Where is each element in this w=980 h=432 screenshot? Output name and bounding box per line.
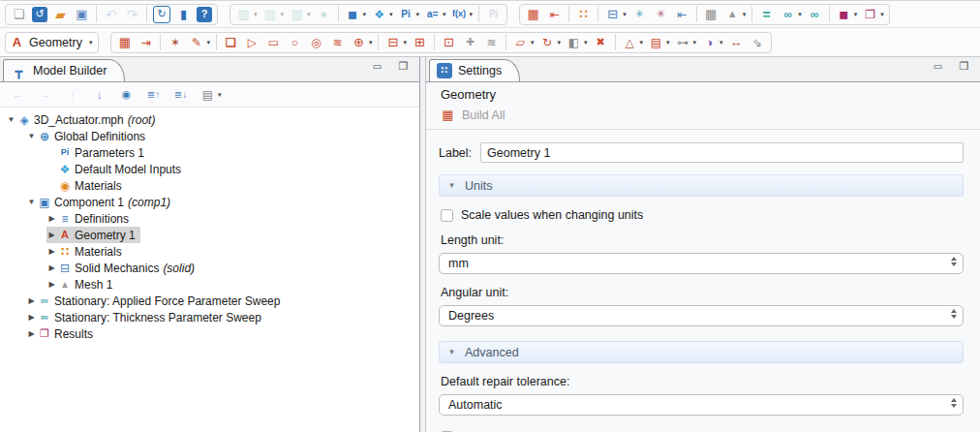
expand-arrow-icon[interactable]: ▶ bbox=[46, 263, 57, 272]
update-study-button[interactable]: ∞ bbox=[805, 5, 825, 23]
virtual-operations-button[interactable]: △▾ bbox=[620, 33, 646, 51]
update-all-solutions-button[interactable]: ▥▾ bbox=[287, 5, 313, 23]
add-component-button[interactable]: ◼▾ bbox=[343, 5, 369, 23]
measure-button[interactable]: ↔ bbox=[726, 33, 747, 51]
torus-button[interactable]: ◎ bbox=[306, 33, 326, 51]
transforms-button[interactable]: ↻▾ bbox=[536, 33, 563, 51]
repair-tolerance-select[interactable]: Automatic bbox=[439, 394, 964, 416]
tree-item-solid-mechanics[interactable]: ▶⊟Solid Mechanics(solid) bbox=[0, 260, 419, 276]
delete-button[interactable]: ✖ bbox=[591, 33, 611, 51]
cone-button[interactable]: ▷ bbox=[242, 33, 262, 51]
tree-item-materials[interactable]: ◉Materials bbox=[0, 177, 419, 194]
variables-button[interactable]: a=▾ bbox=[422, 5, 448, 23]
parameters-button[interactable]: Pi▾ bbox=[396, 5, 422, 23]
fillet-button[interactable]: ⊡ bbox=[439, 33, 459, 51]
programming-button[interactable]: ▤▾ bbox=[646, 33, 672, 51]
compute-button[interactable]: = bbox=[756, 5, 777, 23]
export-geometry-button[interactable]: ⇥ bbox=[136, 33, 156, 51]
angular-unit-select[interactable]: Degrees bbox=[439, 305, 964, 326]
more-primitives-button[interactable]: ⊕▾ bbox=[349, 33, 375, 51]
work-plane-button[interactable]: ⊟▾ bbox=[383, 33, 409, 51]
import-material-button[interactable]: ⇤ bbox=[544, 5, 565, 23]
parameter-case-button[interactable]: Pi bbox=[483, 5, 504, 23]
show-options-button[interactable]: ◉ bbox=[116, 85, 137, 104]
add-physics-button[interactable]: ⊟▾ bbox=[602, 5, 628, 23]
move-down-button[interactable]: ≣↓ bbox=[170, 85, 191, 104]
curve-hatch-button[interactable]: ≋ bbox=[481, 33, 502, 51]
tab-model-builder[interactable]: ┳ Model Builder bbox=[3, 59, 125, 81]
import-physics-button[interactable]: ⇤ bbox=[672, 5, 692, 23]
add-physics-interface-button[interactable]: ✳ bbox=[629, 5, 650, 23]
nav-down-button[interactable]: ↓ bbox=[89, 85, 109, 104]
partition-button[interactable]: ✚ bbox=[460, 33, 480, 51]
tree-item-parameters-1[interactable]: PiParameters 1 bbox=[0, 144, 419, 161]
mesh-more-button[interactable]: ▲▾ bbox=[722, 5, 749, 23]
length-unit-select[interactable]: mm bbox=[439, 253, 964, 274]
label-input[interactable] bbox=[480, 142, 964, 163]
functions-button[interactable]: f(x)▾ bbox=[449, 5, 475, 23]
expand-arrow-icon[interactable]: ▶ bbox=[46, 231, 57, 239]
tree-item-component-1[interactable]: ▼▣Component 1(comp1) bbox=[0, 194, 419, 210]
tree-item-definitions[interactable]: ▶≡Definitions bbox=[0, 210, 419, 227]
expand-arrow-icon[interactable]: ▶ bbox=[26, 296, 37, 305]
tree-item-global-definitions[interactable]: ▼⊕Global Definitions bbox=[0, 128, 419, 144]
expand-arrow-icon[interactable]: ▼ bbox=[6, 115, 16, 124]
tree-item-results[interactable]: ▶❐Results bbox=[0, 325, 419, 342]
tree-item-geometry-1[interactable]: ▶AGeometry 1 bbox=[0, 227, 419, 243]
tree-item-mesh-1[interactable]: ▶▲Mesh 1 bbox=[0, 276, 419, 293]
nav-up-button[interactable]: ↑ bbox=[62, 85, 82, 104]
update-solution-button[interactable]: ▥▾ bbox=[233, 5, 260, 23]
expand-arrow-icon[interactable]: ▼ bbox=[26, 132, 37, 140]
undo-button[interactable]: ↶ bbox=[101, 5, 121, 23]
units-section-header[interactable]: ▾ Units bbox=[439, 174, 964, 197]
save-file-button[interactable]: ▣ bbox=[72, 5, 92, 23]
sketch-button[interactable]: ✎▾ bbox=[186, 33, 212, 51]
selections-button[interactable]: ⊶▾ bbox=[673, 33, 699, 51]
build-mesh-button[interactable]: ▦ bbox=[701, 5, 721, 23]
stop-button[interactable]: ■ bbox=[314, 5, 334, 23]
maximize-icon[interactable]: ❐ bbox=[958, 60, 970, 73]
expand-arrow-icon[interactable]: ▶ bbox=[26, 329, 37, 338]
reset-desktop-button[interactable]: ↻ bbox=[151, 5, 172, 24]
expand-arrow-icon[interactable]: ▶ bbox=[46, 247, 57, 256]
magic-wand-button[interactable]: ✶ bbox=[165, 33, 185, 51]
tree-item-default-model-inputs[interactable]: ❖Default Model Inputs bbox=[0, 161, 419, 177]
cylinder-button[interactable]: ▭ bbox=[263, 33, 284, 51]
advanced-section-header[interactable]: ▾ Advanced bbox=[439, 341, 964, 363]
minimize-icon[interactable]: ▭ bbox=[932, 60, 944, 73]
collapse-all-button[interactable]: ▤▾ bbox=[198, 85, 224, 104]
build-all-button[interactable]: ▦ Build All bbox=[440, 107, 505, 123]
help-button[interactable]: ? bbox=[195, 6, 214, 23]
build-all-update-button[interactable]: ▦ bbox=[114, 33, 135, 51]
maximize-icon[interactable]: ❐ bbox=[397, 60, 410, 73]
conversions-button[interactable]: ◧▾ bbox=[564, 33, 590, 51]
expand-arrow-icon[interactable]: ▶ bbox=[26, 313, 37, 322]
helix-button[interactable]: ≋ bbox=[327, 33, 348, 51]
extrude-button[interactable]: ⊞ bbox=[410, 33, 430, 51]
insert-sequence-button[interactable]: ⇘ bbox=[748, 33, 768, 51]
nav-next-button[interactable]: → bbox=[35, 85, 55, 104]
color-button[interactable]: ◑▾ bbox=[699, 33, 725, 51]
expand-arrow-icon[interactable]: ▼ bbox=[26, 198, 37, 206]
default-model-inputs-button[interactable]: ❖▾ bbox=[369, 5, 395, 23]
tree-item-stationary-applied-force-parameter-sweep[interactable]: ▶∞Stationary: Applied Force Parameter Sw… bbox=[0, 293, 419, 309]
move-up-button[interactable]: ≣↑ bbox=[143, 85, 164, 104]
add-multiphysics-button[interactable]: ✳ bbox=[651, 5, 671, 23]
documentation-button[interactable]: ▮ bbox=[173, 5, 194, 23]
tab-settings[interactable]: ∷ Settings bbox=[429, 59, 520, 81]
scale-values-checkbox[interactable] bbox=[441, 209, 453, 222]
minimize-icon[interactable]: ▭ bbox=[371, 60, 383, 73]
sphere-button[interactable]: ○ bbox=[285, 33, 305, 51]
material-library-button[interactable]: ∷ bbox=[573, 5, 594, 23]
expand-arrow-icon[interactable]: ▶ bbox=[46, 280, 57, 289]
add-plot-group-button[interactable]: ◼▾ bbox=[834, 5, 860, 23]
open-file-button[interactable]: ▰ bbox=[50, 5, 71, 23]
expand-arrow-icon[interactable]: ▶ bbox=[46, 214, 57, 223]
tree-item-stationary-thickness-parameter-sweep[interactable]: ▶∞Stationary: Thickness Parameter Sweep bbox=[0, 309, 419, 325]
nav-previous-button[interactable]: ← bbox=[8, 85, 28, 104]
add-study-button[interactable]: ∞▾ bbox=[778, 5, 804, 23]
update-selected-solution-button[interactable]: ▥▾ bbox=[260, 5, 287, 23]
new-file-button[interactable]: ❏ bbox=[9, 5, 29, 23]
booleans-partitions-button[interactable]: ▱▾ bbox=[510, 33, 536, 51]
geometry-menu-dropdown[interactable]: A Geometry ▾ bbox=[5, 32, 99, 53]
